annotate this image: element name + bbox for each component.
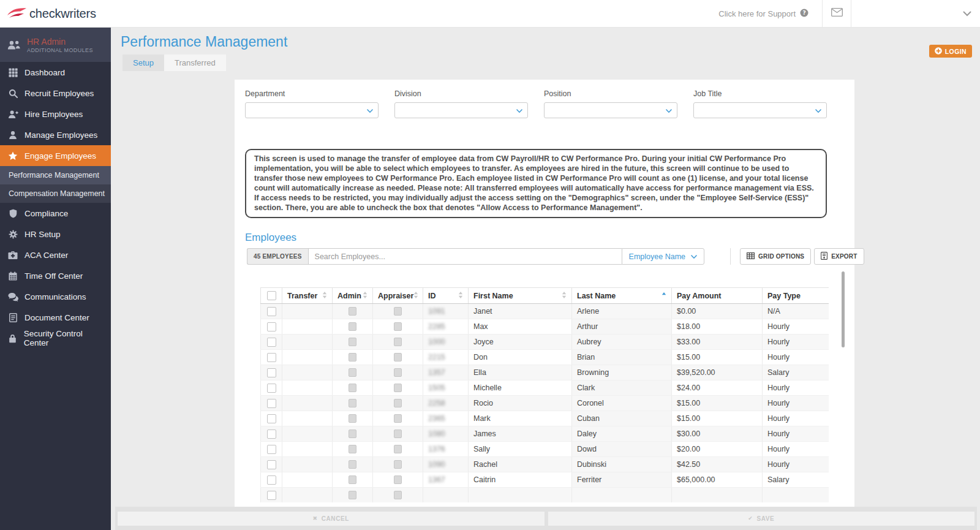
select-all-checkbox[interactable] bbox=[267, 291, 276, 300]
transfer-checkbox[interactable] bbox=[267, 307, 276, 316]
sidebar-item-aca-center[interactable]: ACA Center bbox=[0, 244, 111, 265]
employee-id: 2365 bbox=[428, 414, 445, 423]
export-button[interactable]: EXPORT bbox=[814, 248, 864, 265]
transfer-checkbox[interactable] bbox=[267, 384, 276, 393]
transfer-checkbox[interactable] bbox=[267, 368, 276, 377]
sidebar-nav: DashboardRecruit EmployeesHire Employees… bbox=[0, 62, 111, 349]
employees-heading: Employees bbox=[245, 232, 296, 244]
sidebar-item-label: Communications bbox=[24, 292, 86, 301]
job-title-select[interactable] bbox=[693, 102, 827, 118]
column-label: Transfer bbox=[287, 292, 317, 300]
sidebar-item-document-center[interactable]: Document Center bbox=[0, 307, 111, 328]
sidebar-item-engage-employees[interactable]: Engage Employees bbox=[0, 145, 111, 166]
plus-circle-icon bbox=[935, 47, 942, 56]
login-button[interactable]: LOGIN bbox=[929, 45, 972, 58]
admin-checkbox bbox=[349, 368, 356, 377]
save-button[interactable]: ✔ SAVE bbox=[548, 512, 975, 526]
messages-button[interactable] bbox=[823, 0, 851, 27]
employee-pay-type bbox=[763, 488, 829, 503]
employee-row: 1090RachelDubinski$42.50Hourly bbox=[261, 457, 829, 472]
employee-pay-amount: $33.00 bbox=[672, 335, 763, 350]
sidebar-profile[interactable]: HR Admin ADDITIONAL MODULES bbox=[0, 28, 111, 62]
brand-logo[interactable]: checkwriters bbox=[6, 0, 96, 28]
sidebar-subitem-performance-management[interactable]: Performance Management bbox=[0, 166, 111, 184]
column-header-admin[interactable]: Admin bbox=[333, 288, 373, 304]
sidebar-item-security-control-center[interactable]: Security Control Center bbox=[0, 328, 111, 349]
division-select[interactable] bbox=[394, 102, 528, 118]
grid-options-button[interactable]: GRID OPTIONS bbox=[740, 248, 811, 265]
sidebar-item-dashboard[interactable]: Dashboard bbox=[0, 62, 111, 83]
admin-checkbox bbox=[349, 322, 356, 331]
medkit-icon bbox=[7, 251, 18, 260]
employee-last-name: Clark bbox=[572, 380, 672, 396]
admin-checkbox bbox=[349, 460, 356, 469]
column-header-pay-type[interactable]: Pay Type bbox=[763, 288, 829, 304]
employee-pay-type: Hourly bbox=[763, 457, 829, 472]
column-header-id[interactable]: ID bbox=[423, 288, 469, 304]
transfer-checkbox[interactable] bbox=[267, 322, 276, 331]
column-header-appraiser[interactable]: Appraiser bbox=[373, 288, 423, 304]
sidebar-item-manage-employees[interactable]: Manage Employees bbox=[0, 124, 111, 145]
sidebar-subitem-compensation-management[interactable]: Compensation Management bbox=[0, 184, 111, 203]
tab-transferred[interactable]: Transferred bbox=[164, 55, 226, 71]
sidebar-item-time-off-center[interactable]: Time Off Center bbox=[0, 265, 111, 286]
sidebar-item-label: Time Off Center bbox=[24, 271, 83, 281]
transfer-checkbox[interactable] bbox=[267, 491, 276, 500]
cancel-button[interactable]: ✖ CANCEL bbox=[118, 512, 545, 526]
column-header-first-name[interactable]: First Name bbox=[469, 288, 572, 304]
admin-checkbox bbox=[349, 445, 356, 453]
transfer-checkbox[interactable] bbox=[267, 460, 276, 469]
employee-last-name: Ferriter bbox=[572, 472, 672, 488]
sidebar-item-compliance[interactable]: Compliance bbox=[0, 203, 111, 224]
employee-pay-type: Hourly bbox=[763, 426, 829, 442]
chevron-down-icon bbox=[691, 252, 697, 261]
sidebar-item-communications[interactable]: Communications bbox=[0, 286, 111, 307]
column-header-transfer[interactable]: Transfer bbox=[282, 288, 333, 304]
search-by-dropdown[interactable]: Employee Name bbox=[622, 248, 704, 265]
column-header-last-name[interactable]: Last Name bbox=[572, 288, 672, 304]
column-header-pay-amount[interactable]: Pay Amount bbox=[672, 288, 763, 304]
employee-last-name: Browning bbox=[572, 365, 672, 380]
sidebar-item-recruit-employees[interactable]: Recruit Employees bbox=[0, 83, 111, 104]
transfer-checkbox[interactable] bbox=[267, 475, 276, 485]
transfer-checkbox[interactable] bbox=[267, 445, 276, 454]
employee-pay-type: N/A bbox=[763, 304, 829, 319]
transfer-checkbox[interactable] bbox=[267, 414, 276, 423]
position-select[interactable] bbox=[544, 102, 677, 118]
employee-last-name: Arlene bbox=[572, 304, 672, 319]
login-label: LOGIN bbox=[945, 48, 967, 55]
transfer-checkbox[interactable] bbox=[267, 338, 276, 347]
transfer-checkbox[interactable] bbox=[267, 430, 276, 439]
filter-department: Department bbox=[245, 89, 379, 118]
employee-first-name: Janet bbox=[469, 304, 572, 319]
department-select[interactable] bbox=[245, 102, 379, 118]
tab-setup[interactable]: Setup bbox=[123, 55, 164, 71]
admin-checkbox bbox=[349, 491, 356, 499]
account-menu[interactable] bbox=[851, 0, 980, 27]
export-file-icon bbox=[821, 252, 827, 261]
sidebar-item-hire-employees[interactable]: Hire Employees bbox=[0, 104, 111, 124]
lock-icon bbox=[7, 334, 18, 343]
chevron-down-icon bbox=[367, 105, 373, 116]
employee-pay-amount bbox=[672, 488, 763, 503]
admin-checkbox bbox=[349, 399, 356, 407]
profile-name: HR Admin bbox=[27, 37, 93, 47]
employee-pay-type: Hourly bbox=[763, 411, 829, 426]
employee-row-partial bbox=[261, 488, 829, 503]
employee-pay-type: Hourly bbox=[763, 319, 829, 335]
column-label: Admin bbox=[337, 292, 361, 300]
table-scrollbar[interactable] bbox=[842, 271, 845, 347]
sidebar-item-hr-setup[interactable]: HR Setup bbox=[0, 224, 111, 244]
transfer-checkbox[interactable] bbox=[267, 399, 276, 408]
employee-last-name: Coronel bbox=[572, 396, 672, 411]
support-link[interactable]: Click here for Support ? bbox=[718, 0, 822, 27]
calendar-icon bbox=[7, 271, 18, 281]
employee-first-name: Joyce bbox=[469, 335, 572, 350]
employee-id: 2258 bbox=[428, 399, 445, 407]
search-input[interactable] bbox=[308, 248, 622, 265]
transfer-checkbox[interactable] bbox=[267, 353, 276, 362]
employee-first-name: Caitrin bbox=[469, 472, 572, 488]
appraiser-checkbox bbox=[394, 445, 402, 453]
sort-asc-icon bbox=[662, 291, 666, 301]
sort-icon bbox=[458, 291, 463, 301]
